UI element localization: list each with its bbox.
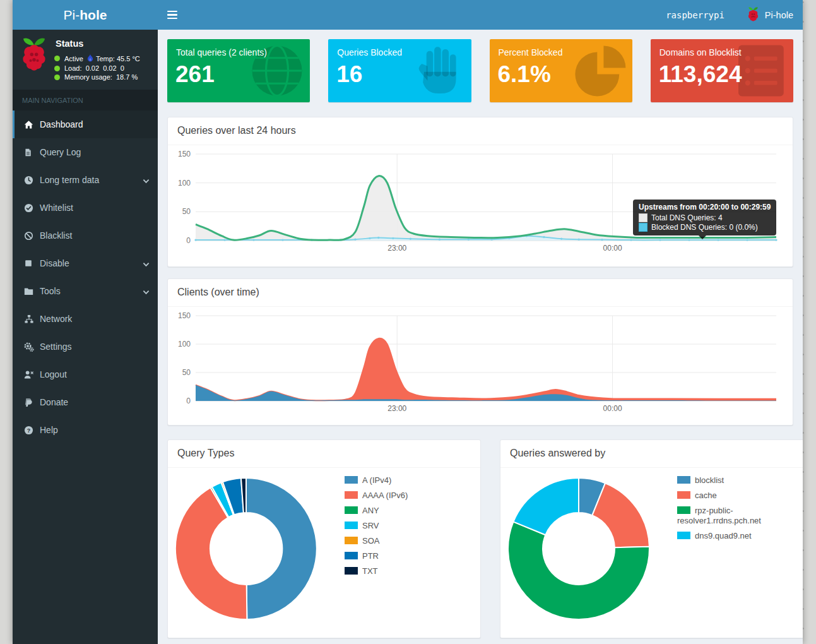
navbar-right: raspberrypi Pi-hole <box>666 0 793 30</box>
check-circle-icon <box>24 203 40 213</box>
tooltip-row: Blocked DNS Queries: 0 (0.0%) <box>639 223 771 232</box>
sidebar-item-dashboard[interactable]: Dashboard <box>13 110 158 138</box>
paypal-icon <box>24 398 40 407</box>
status-ok-dot <box>54 75 60 80</box>
user-logout-icon <box>24 370 40 379</box>
queries-chart-body: 15010050023:0000:00 Upstreams from 00:20… <box>168 145 793 261</box>
legend-item-any[interactable]: ANY <box>345 506 474 516</box>
svg-text:00:00: 00:00 <box>603 244 622 253</box>
legend-label: SRV <box>362 521 379 530</box>
svg-text:100: 100 <box>178 179 191 188</box>
sidebar-item-query-log[interactable]: Query Log <box>13 138 158 166</box>
donut-slice-cache[interactable] <box>592 483 649 547</box>
card-title: Domains on Blocklist <box>659 47 793 57</box>
queries-over-time-box: Queries over last 24 hours 15010050023:0… <box>167 117 793 267</box>
sidebar-item-long-term-data[interactable]: Long term data <box>13 166 158 194</box>
chevron-down-icon <box>143 259 150 269</box>
status-load: Load: 0.02 0.02 0 <box>64 64 124 72</box>
series-swatch <box>639 213 647 222</box>
legend-item-a-ipv4[interactable]: A (IPv4) <box>345 475 474 486</box>
svg-text:?: ? <box>27 427 30 433</box>
donut-slice-dns9-quad9-net[interactable] <box>513 478 579 535</box>
chevron-down-icon <box>143 176 150 186</box>
home-icon <box>24 120 40 129</box>
legend-label: TXT <box>362 566 378 576</box>
card-value: 261 <box>175 61 310 88</box>
legend-item-soa[interactable]: SOA <box>345 536 474 546</box>
legend-item-dns9-quad9-net[interactable]: dns9.quad9.net <box>677 531 803 541</box>
status-state: Active <box>64 55 83 63</box>
box-title-query-types: Query Types <box>168 440 480 468</box>
card-title: Queries Blocked <box>337 47 471 57</box>
sidebar-item-label: Settings <box>40 342 72 352</box>
bottom-row: Query Types A (IPv4)AAAA (IPv6)ANYSRVSOA… <box>167 439 793 638</box>
legend-item-blocklist[interactable]: blocklist <box>677 475 803 486</box>
sidebar-item-donate[interactable]: Donate <box>13 388 158 416</box>
sidebar-item-label: Logout <box>40 369 67 379</box>
brand-link[interactable]: Pi-hole <box>747 6 793 23</box>
sidebar: Status Active Temp: 45.5 °C Load: 0.02 0… <box>13 30 158 644</box>
svg-text:50: 50 <box>182 368 191 377</box>
card-value: 16 <box>336 61 471 88</box>
pihole-app: Pi-hole raspberrypi Pi-hole Status Activ… <box>13 0 803 644</box>
tooltip-caret <box>699 236 706 239</box>
sidebar-item-label: Long term data <box>40 175 99 185</box>
legend-label: dns9.quad9.net <box>695 531 752 540</box>
legend-label: SOA <box>362 536 379 546</box>
ban-icon <box>24 231 40 241</box>
card-value: 6.1% <box>498 61 632 88</box>
status-row-load: Load: 0.02 0.02 0 <box>54 64 140 72</box>
card-percent-blocked: Percent Blocked6.1% <box>490 39 632 102</box>
sidebar-item-label: Disable <box>40 258 69 268</box>
sidebar-item-tools[interactable]: Tools <box>13 277 158 305</box>
sidebar-item-label: Blacklist <box>40 230 72 241</box>
sidebar-item-whitelist[interactable]: Whitelist <box>13 194 158 222</box>
sidebar-item-help[interactable]: ?Help <box>13 416 158 444</box>
legend-swatch <box>345 537 358 544</box>
legend-item-aaaa-ipv6[interactable]: AAAA (IPv6) <box>345 491 474 501</box>
sidebar-toggle-button[interactable] <box>158 0 187 30</box>
legend-label: PTR <box>362 551 379 561</box>
legend-swatch <box>345 552 358 559</box>
answered-by-donut[interactable] <box>507 475 652 627</box>
clients-over-time-chart[interactable]: 15010050023:0000:00 <box>174 312 786 417</box>
raspberry-logo <box>20 36 48 82</box>
sidebar-item-logout[interactable]: Logout <box>13 361 158 388</box>
legend-swatch <box>677 491 690 499</box>
legend-item-txt[interactable]: TXT <box>345 566 474 576</box>
box-title-answered: Queries answered by <box>500 440 803 468</box>
legend-label: AAAA (IPv6) <box>362 491 408 500</box>
hostname-label: raspberrypi <box>666 10 724 20</box>
folder-icon <box>24 287 40 295</box>
status-row-memory: Memory usage: 18.7 % <box>54 73 140 81</box>
app-logo[interactable]: Pi-hole <box>13 0 158 30</box>
status-title: Status <box>56 39 140 49</box>
status-temp: Temp: 45.5 °C <box>96 55 140 63</box>
series-swatch <box>639 223 647 232</box>
legend-swatch <box>345 506 358 514</box>
sidebar-item-label: Network <box>40 314 72 324</box>
temperature-flame-icon <box>87 54 93 63</box>
donut-slice-a-ipv4[interactable] <box>246 478 317 619</box>
chart-tooltip: Upstreams from 00:20:00 to 00:29:59 Tota… <box>633 200 776 236</box>
legend-item-srv[interactable]: SRV <box>345 521 474 531</box>
nav-section-label: MAIN NAVIGATION <box>13 90 158 110</box>
svg-text:0: 0 <box>186 397 191 405</box>
svg-text:150: 150 <box>178 312 191 320</box>
svg-text:23:00: 23:00 <box>387 244 406 253</box>
sidebar-item-network[interactable]: Network <box>13 305 158 333</box>
sidebar-item-label: Query Log <box>40 147 81 157</box>
sidebar-item-label: Donate <box>40 397 68 407</box>
legend-item-cache[interactable]: cache <box>677 491 803 501</box>
legend-swatch <box>345 476 358 484</box>
sidebar-item-settings[interactable]: Settings <box>13 333 158 361</box>
top-navbar: raspberrypi Pi-hole <box>158 0 803 30</box>
svg-text:0: 0 <box>186 236 191 245</box>
legend-swatch <box>345 567 358 575</box>
sidebar-item-disable[interactable]: Disable <box>13 249 158 277</box>
legend-item-ptr[interactable]: PTR <box>345 551 474 561</box>
legend-swatch <box>677 476 690 484</box>
sidebar-item-blacklist[interactable]: Blacklist <box>13 222 158 249</box>
legend-item-rpz-public-resolver1-rrdns-pch-net[interactable]: rpz-public-resolver1.rrdns.pch.net <box>677 506 803 526</box>
query-types-donut[interactable] <box>174 475 319 627</box>
